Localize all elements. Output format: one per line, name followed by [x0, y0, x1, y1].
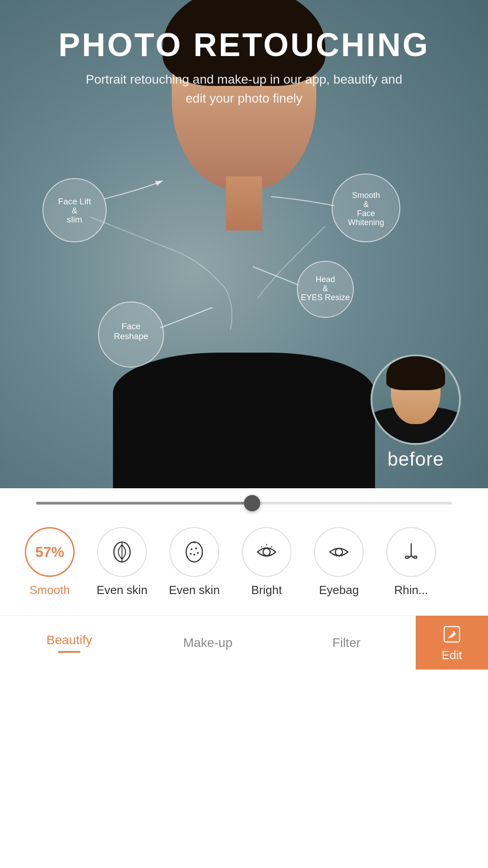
before-label: before	[387, 448, 444, 470]
rhin-icon-circle	[386, 527, 436, 577]
bright-label: Bright	[251, 583, 282, 597]
eye-bright-icon	[255, 540, 278, 564]
before-thumbnail: before	[371, 354, 461, 470]
tool-even-skin-1[interactable]: Even skin	[86, 523, 158, 602]
tool-even-skin-2[interactable]: Even skin	[158, 523, 230, 602]
smooth-label: Smooth	[29, 583, 70, 597]
edit-icon	[441, 623, 463, 646]
even-skin-1-icon-circle	[97, 527, 147, 577]
filter-label: Filter	[333, 636, 361, 650]
svg-point-19	[186, 542, 202, 562]
tool-bright[interactable]: Bright	[230, 523, 303, 602]
neck-shape	[226, 176, 262, 231]
body-shape	[113, 353, 375, 488]
slider-fill	[36, 502, 252, 505]
smooth-percent: 57%	[25, 527, 75, 577]
slider-thumb[interactable]	[244, 495, 260, 511]
edit-label: Edit	[442, 648, 462, 662]
nose-icon	[399, 540, 423, 564]
bright-icon-circle	[242, 527, 291, 577]
app-title: PHOTO RETOUCHING	[0, 27, 488, 63]
svg-point-32	[335, 548, 343, 556]
nav-filter[interactable]: Filter	[277, 616, 416, 670]
nav-beautify[interactable]: Beautify	[0, 616, 139, 670]
before-portrait-circle	[371, 354, 461, 445]
hero-section: PHOTO RETOUCHING Portrait retouching and…	[0, 0, 488, 488]
makeup-label: Make-up	[183, 636, 233, 650]
controls-area: 57% Smooth Even skin	[0, 488, 488, 611]
even-skin-2-label: Even skin	[169, 583, 220, 597]
tool-rhin[interactable]: Rhin...	[375, 523, 447, 602]
even-skin-2-icon-circle	[169, 527, 219, 577]
edit-icon-svg	[441, 623, 463, 646]
svg-point-24	[193, 554, 195, 556]
tool-eyebag[interactable]: Eyebag	[303, 523, 375, 602]
svg-point-21	[195, 547, 197, 549]
eyebag-label: Eyebag	[319, 583, 359, 597]
svg-point-20	[191, 548, 192, 550]
nav-makeup[interactable]: Make-up	[139, 616, 277, 670]
bottom-nav: Beautify Make-up Filter Edit	[0, 615, 488, 670]
slider-track[interactable]	[36, 502, 452, 505]
svg-line-30	[271, 546, 272, 547]
svg-point-28	[263, 548, 270, 556]
tools-row: 57% Smooth Even skin	[0, 523, 488, 602]
beautify-underline	[58, 651, 80, 653]
svg-line-31	[261, 546, 262, 547]
nav-edit[interactable]: Edit	[416, 616, 488, 670]
eye-bag-icon	[327, 540, 351, 564]
slider-container[interactable]	[0, 502, 488, 505]
even-skin-1-label: Even skin	[97, 583, 148, 597]
svg-point-22	[197, 552, 199, 554]
before-hair	[386, 354, 445, 390]
tool-smooth[interactable]: 57% Smooth	[14, 523, 86, 602]
eyebag-icon-circle	[314, 527, 364, 577]
app-subtitle: Portrait retouching and make-up in our a…	[77, 70, 411, 108]
rhin-label: Rhin...	[394, 583, 428, 597]
face-dots-icon	[183, 540, 206, 564]
svg-point-23	[190, 553, 192, 555]
face-half-icon	[110, 540, 134, 564]
beautify-label: Beautify	[47, 633, 92, 647]
hero-title-area: PHOTO RETOUCHING Portrait retouching and…	[0, 27, 488, 108]
